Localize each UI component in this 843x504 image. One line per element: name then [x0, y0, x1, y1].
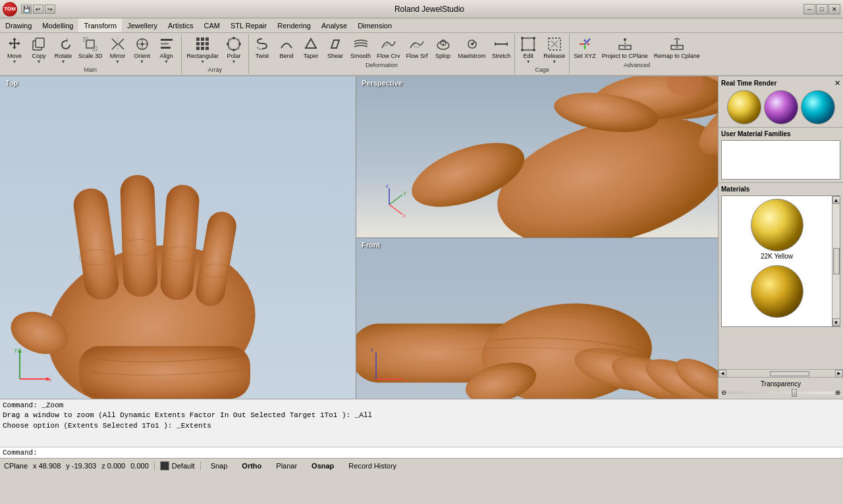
record-history-btn[interactable]: Record History — [344, 461, 401, 471]
edit-btn[interactable]: Edit ▼ — [516, 34, 540, 66]
menubar: Drawing Modelling Transform Jewellery Ar… — [0, 18, 843, 33]
cage-section-label: Cage — [516, 66, 568, 74]
taper-btn[interactable]: Taper — [299, 34, 323, 61]
minimize-btn[interactable]: ─ — [803, 4, 815, 14]
flowcrv-btn[interactable]: Flow Crv — [374, 34, 403, 61]
svg-point-47 — [521, 49, 524, 51]
toolbar-section-deformation: Twist Bend Taper — [249, 34, 515, 74]
flowsrf-label: Flow Srf — [406, 53, 428, 59]
material-name: Default — [172, 462, 195, 470]
snap-btn[interactable]: Snap — [206, 461, 232, 471]
svg-rect-14 — [161, 47, 171, 49]
twist-btn[interactable]: Twist — [250, 34, 274, 61]
osnap-btn[interactable]: Osnap — [307, 461, 339, 471]
undo-btn[interactable]: ↩ — [33, 5, 43, 14]
material-item-18k-yellow[interactable] — [751, 265, 803, 319]
viewport-perspective[interactable]: Perspective — [356, 76, 718, 238]
menu-modelling[interactable]: Modelling — [37, 18, 78, 32]
menu-stl-repair[interactable]: STL Repair — [225, 18, 272, 32]
materials-scroll: 22K Yellow ▲ ▼ — [721, 195, 840, 327]
polar-dropdown-arrow: ▼ — [232, 59, 236, 64]
hscroll-right-arrow[interactable]: ► — [835, 370, 843, 378]
material-item-22k-yellow[interactable]: 22K Yellow — [751, 199, 803, 260]
svg-marker-64 — [623, 45, 627, 49]
scale3d-btn[interactable]: Scale 3D — [76, 34, 105, 66]
edit-icon — [520, 36, 536, 52]
user-material-box — [721, 140, 840, 180]
svg-text:z: z — [386, 185, 389, 189]
polar-icon — [226, 36, 242, 52]
splop-btn[interactable]: Splop — [431, 34, 455, 61]
viewport-front[interactable]: Front — [356, 238, 718, 399]
rotate-btn[interactable]: Rotate ▼ — [51, 34, 75, 66]
shear-label: Shear — [327, 53, 343, 59]
trans-minus-icon[interactable]: ⊖ — [721, 389, 726, 396]
bend-btn[interactable]: Bend — [275, 34, 298, 61]
menu-rendering[interactable]: Rendering — [272, 18, 316, 32]
smooth-btn[interactable]: Smooth — [348, 34, 373, 61]
scroll-down-arrow[interactable]: ▼ — [832, 318, 840, 326]
projecttocplane-btn[interactable]: Project to CPlane — [599, 34, 651, 61]
menu-jewellery[interactable]: Jewellery — [122, 18, 163, 32]
command-input[interactable] — [40, 449, 840, 457]
redo-btn[interactable]: ↪ — [45, 5, 55, 14]
copy-btn[interactable]: Copy ▼ — [27, 34, 51, 66]
flowsrf-btn[interactable]: Flow Srf — [404, 34, 431, 61]
orient-btn[interactable]: Orient ▼ — [130, 34, 154, 66]
render-panel-header: Real Time Render ✕ — [721, 79, 840, 88]
ortho-btn[interactable]: Ortho — [237, 461, 266, 471]
svg-point-32 — [237, 47, 240, 50]
coord-y: y -19.303 — [66, 462, 96, 470]
menu-drawing[interactable]: Drawing — [0, 18, 37, 32]
remaptocplane-label: Remap to Cplane — [654, 53, 700, 59]
scroll-thumb[interactable] — [833, 248, 840, 274]
main-section-label: Main — [84, 66, 97, 74]
menu-transform[interactable]: Transform — [78, 18, 122, 32]
release-btn[interactable]: Release ▼ — [541, 34, 568, 66]
mirror-btn[interactable]: Mirror ▼ — [106, 34, 130, 66]
setxyz-btn[interactable]: Set XYZ — [571, 34, 599, 61]
bend-label: Bend — [280, 53, 294, 59]
render-ball-teal[interactable] — [801, 90, 835, 124]
edit-dropdown-arrow: ▼ — [526, 59, 531, 64]
rectangular-btn[interactable]: Rectangular ▼ — [184, 34, 222, 66]
align-label: Align — [160, 53, 173, 59]
transparency-slider[interactable] — [728, 391, 834, 394]
transparency-thumb[interactable] — [792, 389, 797, 397]
align-btn[interactable]: Align ▼ — [155, 34, 178, 66]
menu-artistics[interactable]: Artistics — [163, 18, 199, 32]
move-btn[interactable]: Move ▼ — [3, 34, 26, 66]
close-btn[interactable]: ✕ — [829, 4, 840, 14]
hscroll-thumb[interactable] — [770, 371, 809, 376]
align-dropdown-arrow: ▼ — [164, 59, 169, 64]
render-close-icon[interactable]: ✕ — [834, 79, 840, 88]
cage-tools: Edit ▼ Release ▼ — [516, 34, 568, 66]
move-dropdown-arrow: ▼ — [13, 59, 17, 64]
scroll-up-arrow[interactable]: ▲ — [832, 196, 840, 204]
render-ball-gold[interactable] — [727, 90, 761, 124]
remaptocplane-btn[interactable]: Remap to Cplane — [651, 34, 703, 61]
menu-cam[interactable]: CAM — [199, 18, 225, 32]
mirror-dropdown-arrow: ▼ — [115, 59, 120, 64]
copy-icon — [31, 36, 47, 52]
render-panel: Real Time Render ✕ — [719, 76, 843, 128]
trans-plus-icon[interactable]: ⊕ — [835, 389, 840, 396]
save-btn[interactable]: 💾 — [21, 5, 32, 14]
svg-point-28 — [238, 43, 241, 45]
viewport-top[interactable]: Top — [0, 76, 356, 399]
svg-rect-15 — [196, 38, 200, 41]
hscroll-left-arrow[interactable]: ◄ — [719, 370, 726, 378]
svg-point-26 — [232, 49, 235, 51]
menu-analyse[interactable]: Analyse — [316, 18, 352, 32]
planar-btn[interactable]: Planar — [271, 461, 302, 471]
svg-rect-19 — [201, 42, 204, 45]
svg-rect-72 — [120, 174, 158, 297]
maelstrom-btn[interactable]: Maelstrom — [456, 34, 489, 61]
maximize-btn[interactable]: □ — [816, 4, 828, 14]
shear-btn[interactable]: Shear — [323, 34, 347, 61]
polar-btn[interactable]: Polar ▼ — [222, 34, 246, 66]
stretch-btn[interactable]: Stretch — [489, 34, 514, 61]
render-ball-purple[interactable] — [764, 90, 798, 124]
titlebar-left: TOM 💾 ↩ ↪ — [3, 2, 55, 16]
menu-dimension[interactable]: Dimension — [352, 18, 397, 32]
